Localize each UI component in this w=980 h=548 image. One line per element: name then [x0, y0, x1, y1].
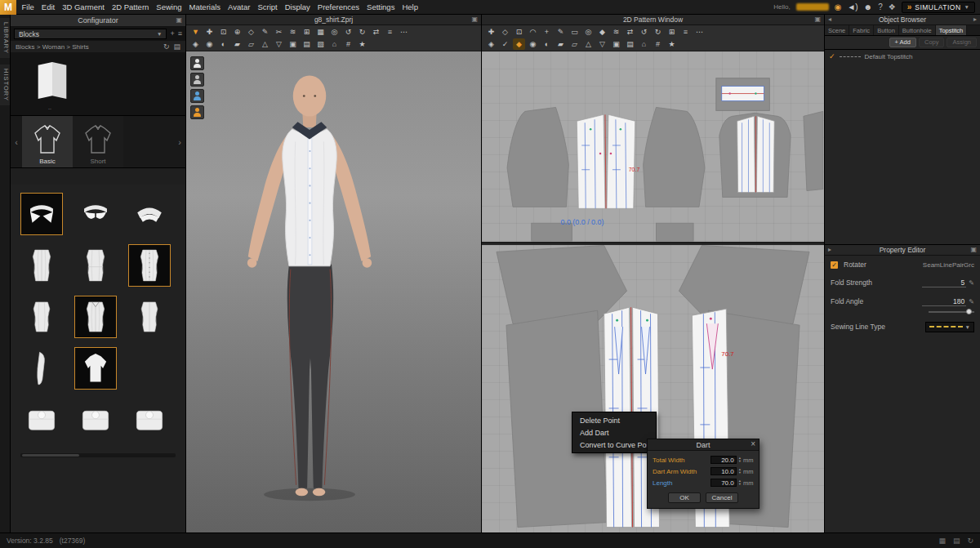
select-move-tool[interactable]: ✚ — [203, 26, 216, 38]
menu-item[interactable]: Help — [399, 2, 422, 11]
thumbnail-collar-rounded[interactable] — [74, 193, 117, 235]
pin-tool[interactable]: ⊕ — [231, 26, 243, 38]
expand-icon[interactable]: ▸ — [828, 247, 831, 253]
panel-expand-icon[interactable]: ▣ — [970, 247, 977, 253]
menu-tool[interactable]: ≡ — [384, 26, 396, 38]
menu-item[interactable]: Preferences — [314, 2, 363, 11]
menu-item[interactable]: 2D Pattern — [108, 2, 152, 11]
stepper-icon[interactable]: ▴▾ — [739, 468, 741, 474]
list-view-icon[interactable]: ▤ — [173, 43, 180, 51]
thumbnail-bodice-1[interactable] — [20, 244, 63, 287]
pattern-canvas-overview[interactable]: 70.7 0.0 (0.0 / 0.0) — [482, 51, 824, 243]
scissors-tool[interactable]: ✂ — [273, 26, 285, 38]
edit-point-tool[interactable]: ⊡ — [513, 26, 525, 38]
undo-tool[interactable]: ↺ — [638, 26, 650, 38]
select-box-tool[interactable]: ⊡ — [217, 26, 229, 38]
show-avatar-toggle[interactable]: ◉ — [203, 38, 216, 50]
quad-view-tool[interactable]: ⊞ — [301, 26, 313, 38]
show-grid-toggle[interactable]: ⊞ — [666, 26, 678, 38]
fold-angle-input[interactable]: 180 — [922, 297, 966, 306]
stepper-icon[interactable]: ▴▾ — [739, 457, 741, 463]
grading-tool[interactable]: △ — [582, 38, 595, 50]
sewing-tool[interactable]: ≋ — [287, 26, 299, 38]
close-icon[interactable]: × — [751, 440, 755, 448]
polygon-tool[interactable]: ✎ — [555, 26, 567, 38]
thumbnail-folded-shirt-2[interactable] — [74, 399, 117, 441]
menu-item[interactable]: Sewing — [153, 2, 185, 11]
redo-tool[interactable]: ↻ — [652, 26, 664, 38]
snap-toggle[interactable]: # — [342, 38, 354, 50]
assign-button[interactable]: Assign — [947, 38, 977, 47]
show-garment-toggle[interactable]: ◈ — [189, 38, 202, 50]
window-expand-icon[interactable]: ▣ — [471, 16, 478, 23]
refresh-icon[interactable]: ↻ — [163, 43, 170, 51]
more-tools-icon[interactable]: ⋯ — [693, 26, 706, 38]
menu-item[interactable]: 3D Garment — [59, 2, 109, 11]
baseline-tool[interactable]: ▤ — [624, 38, 636, 50]
avatar-garment-tool[interactable] — [190, 89, 204, 103]
addons-icon[interactable]: ❖ — [889, 3, 896, 11]
menu-item[interactable]: Materials — [185, 2, 225, 11]
cancel-button[interactable]: Cancel — [706, 492, 738, 503]
scrollbar-thumb[interactable] — [22, 454, 79, 457]
thumbnail-sleeve[interactable] — [20, 347, 63, 390]
rail-tab[interactable]: LIBRARY — [0, 18, 10, 58]
show-seamlines-toggle[interactable]: ▰ — [231, 38, 243, 50]
window-expand-icon[interactable]: ▣ — [814, 16, 821, 23]
object-browser-tab[interactable]: Buttonhole — [899, 25, 936, 35]
account-icon[interactable]: ☻ — [864, 3, 873, 11]
avatar-display-tool[interactable] — [190, 56, 204, 70]
edit-icon[interactable]: ✎ — [969, 298, 974, 305]
show-internal-lines-toggle[interactable]: ▱ — [245, 38, 257, 50]
focus-tool[interactable]: ◎ — [328, 26, 341, 38]
rectangle-tool[interactable]: ▭ — [568, 26, 581, 38]
panel-expand-icon[interactable]: ▣ — [176, 17, 182, 24]
thumbnail-folded-shirt-1[interactable] — [20, 399, 63, 441]
thumbnail-bodice-3[interactable] — [20, 296, 63, 338]
sewing-edit-tool[interactable]: ◈ — [485, 38, 497, 50]
more-tools-icon[interactable]: ⋯ — [398, 26, 410, 38]
redo-tool[interactable]: ↻ — [356, 26, 368, 38]
refresh-icon[interactable]: ↻ — [967, 537, 973, 545]
show-pattern-mesh-toggle[interactable]: ▧ — [314, 38, 327, 50]
avatar-3d[interactable] — [187, 63, 432, 504]
thumbnail-bodice-2[interactable] — [74, 244, 117, 287]
membership-icon[interactable]: ◉ — [835, 3, 842, 11]
edit-pattern-tool[interactable]: ◇ — [499, 26, 511, 38]
thumbnail-bodice-collared[interactable] — [74, 296, 117, 338]
edit-curvature-tool[interactable]: ◠ — [527, 26, 539, 38]
object-browser-tab[interactable]: Button — [874, 25, 899, 35]
category-tab[interactable]: Short — [73, 116, 123, 167]
category-tab[interactable]: Basic — [22, 116, 73, 167]
select-mesh-tool[interactable]: ◇ — [245, 26, 257, 38]
texture-tool[interactable]: ▣ — [610, 38, 622, 50]
thumbnail-shirt-dark[interactable] — [74, 347, 117, 390]
layout-tool[interactable]: ≡ — [679, 26, 692, 38]
block-preview[interactable]: .. — [11, 52, 185, 116]
show-pins-toggle[interactable]: △ — [259, 38, 271, 50]
add-point-tool[interactable]: + — [541, 26, 553, 38]
object-browser-tab[interactable]: Fabric — [849, 25, 874, 35]
show-texture-toggle[interactable]: ▤ — [301, 38, 313, 50]
dart-field-input[interactable]: 10.0 — [710, 467, 737, 475]
thumbnail-bodice-buttoned[interactable] — [128, 244, 171, 287]
breadcrumb[interactable]: Blocks > Woman > Shirts — [16, 43, 89, 51]
trace-tool[interactable]: ⇄ — [624, 26, 636, 38]
annotation-tool[interactable]: # — [652, 38, 664, 50]
menu-item[interactable]: Avatar — [225, 2, 254, 11]
fabric-view-tool[interactable]: ▦ — [314, 26, 327, 38]
menu-item[interactable]: Edit — [38, 2, 58, 11]
context-menu-item[interactable]: Convert to Curve Point — [572, 439, 656, 451]
bookmark-tool[interactable]: ★ — [666, 38, 678, 50]
simulate-tool[interactable]: ▼ — [189, 26, 202, 38]
chevron-right-icon[interactable]: › — [174, 116, 185, 167]
context-menu-item[interactable]: Delete Point — [572, 414, 656, 426]
edit-icon[interactable]: ✎ — [969, 279, 974, 287]
ok-button[interactable]: OK — [668, 492, 701, 503]
horizontal-scrollbar[interactable] — [20, 453, 176, 457]
avatar-pose-tool[interactable] — [190, 73, 204, 87]
sync-view-tool[interactable]: ⇄ — [370, 26, 382, 38]
slider-handle[interactable] — [966, 309, 972, 314]
brush-tool[interactable]: ✎ — [259, 26, 271, 38]
menu-icon[interactable]: ≡ — [178, 30, 182, 38]
